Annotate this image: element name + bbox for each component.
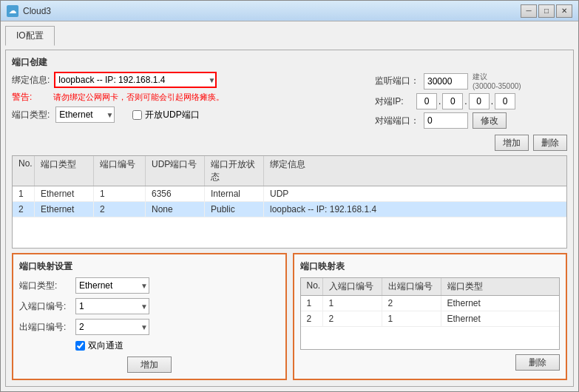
th-udp: UDP端口号 [146, 156, 205, 186]
main-panel: 端口创建 绑定信息: loopback -- IP: 192.168.1.4 ▼ [5, 50, 574, 387]
window-title: Cloud3 [23, 6, 521, 16]
mapping-table-empty [301, 327, 560, 349]
mtd-no-1: 1 [301, 296, 323, 311]
main-window: ☁ Cloud3 ─ □ ✕ IO配置 端口创建 [0, 0, 579, 392]
minimize-button[interactable]: ─ [521, 4, 537, 18]
mapping-type-label: 端口类型: [19, 280, 71, 292]
mapping-table-title: 端口映射表 [300, 260, 561, 273]
maximize-button[interactable]: □ [538, 4, 555, 18]
td-udp-2: None [146, 202, 205, 217]
mtd-in-2: 2 [323, 311, 382, 326]
td-bind-1: UDP [264, 186, 566, 201]
th-bind: 绑定信息 [264, 156, 566, 186]
td-state-1: Internal [205, 186, 264, 201]
mapping-in-label: 入端口编号: [19, 300, 71, 313]
port-type-select[interactable]: Ethernet [55, 107, 115, 123]
action-row: 增加 删除 [375, 135, 567, 151]
th-type: 端口类型 [35, 156, 94, 186]
open-udp-checkbox[interactable] [132, 110, 142, 120]
peer-port-label: 对端端口： [375, 115, 419, 127]
peer-ip-input-group: . . . [416, 93, 515, 109]
mapping-type-row: 端口类型: Ethernet ▼ [19, 277, 280, 294]
port-type-label: 端口类型: [12, 109, 50, 121]
open-udp-label: 开放UDP端口 [145, 109, 199, 121]
th-id: 端口编号 [94, 156, 146, 186]
right-form: 监听端口： 建议(30000-35000) 对端IP: . . [375, 72, 567, 151]
listen-port-input[interactable] [424, 73, 468, 89]
bidirectional-checkbox[interactable] [75, 341, 85, 351]
mtd-type-2: Ethernet [441, 311, 501, 326]
port-create-title: 端口创建 [12, 56, 567, 69]
td-id-2: 2 [94, 202, 146, 217]
warning-row: 警告: 请勿绑定公网网卡，否则可能会引起网络瘫痪。 [12, 91, 366, 104]
td-udp-1: 6356 [146, 186, 205, 201]
content-area: IO配置 端口创建 绑定信息: loopback -- IP: 1 [1, 21, 578, 391]
warning-label: 警告: [12, 91, 49, 104]
table-row[interactable]: 2 Ethernet 2 None Public loopback -- IP:… [13, 202, 566, 217]
delete-port-button[interactable]: 删除 [533, 135, 567, 151]
mapping-table-inner: No. 入端口编号 出端口编号 端口类型 1 1 2 Ethernet [300, 277, 561, 350]
ip-dot1: . [439, 96, 441, 107]
mth-type: 端口类型 [441, 278, 501, 295]
mtd-out-2: 1 [382, 311, 441, 326]
app-icon: ☁ [7, 5, 18, 17]
tab-io-config[interactable]: IO配置 [5, 26, 55, 46]
bidirectional-label: 双向通道 [88, 339, 123, 352]
table-row[interactable]: 1 Ethernet 1 6356 Internal UDP [13, 186, 566, 202]
mth-out: 出端口编号 [382, 278, 441, 295]
mapping-add-button[interactable]: 增加 [127, 356, 172, 373]
port-mapping-settings: 端口映射设置 端口类型: Ethernet ▼ [12, 253, 287, 380]
binding-label: 绑定信息: [12, 74, 50, 87]
title-bar: ☁ Cloud3 ─ □ ✕ [1, 1, 578, 21]
mapping-table-row[interactable]: 1 1 2 Ethernet [301, 296, 560, 311]
mapping-in-row: 入端口编号: 1 ▼ [19, 298, 280, 314]
mapping-delete-btn-row: 删除 [300, 354, 561, 371]
warning-text: 请勿绑定公网网卡，否则可能会引起网络瘫痪。 [53, 92, 224, 103]
mapping-form: 端口类型: Ethernet ▼ 入端口编号: [19, 277, 280, 352]
listen-port-label: 监听端口： [375, 75, 419, 87]
mapping-settings-title: 端口映射设置 [19, 260, 280, 273]
peer-ip-seg2[interactable] [442, 93, 463, 109]
bottom-area: 端口映射设置 端口类型: Ethernet ▼ [12, 253, 567, 380]
mtd-out-1: 2 [382, 296, 441, 311]
mth-no: No. [301, 278, 323, 295]
window-controls: ─ □ ✕ [521, 4, 572, 18]
mtd-type-1: Ethernet [441, 296, 501, 311]
peer-port-input[interactable] [424, 112, 468, 129]
peer-port-row: 对端端口： 修改 [375, 112, 567, 129]
ip-dot2: . [464, 96, 467, 107]
mapping-in-select-wrap: 1 ▼ [75, 298, 149, 314]
mapping-table-header: No. 入端口编号 出端口编号 端口类型 [301, 278, 560, 296]
open-udp-checkbox-row: 开放UDP端口 [132, 109, 199, 121]
td-bind-2: loopback -- IP: 192.168.1.4 [264, 202, 566, 217]
mth-in: 入端口编号 [323, 278, 382, 295]
td-type-2: Ethernet [35, 202, 94, 217]
listen-port-row: 监听端口： 建议(30000-35000) [375, 72, 567, 90]
mapping-in-select[interactable]: 1 [75, 298, 149, 314]
port-type-row: 端口类型: Ethernet ▼ 开放UDP端口 [12, 107, 366, 123]
mapping-table-row[interactable]: 2 2 1 Ethernet [301, 311, 560, 327]
modify-button[interactable]: 修改 [473, 112, 507, 129]
port-type-select-wrap: Ethernet ▼ [55, 107, 115, 123]
mtd-in-1: 1 [323, 296, 382, 311]
mapping-delete-button[interactable]: 删除 [515, 354, 560, 371]
close-button[interactable]: ✕ [556, 4, 572, 18]
mtd-no-2: 2 [301, 311, 323, 326]
binding-row: 绑定信息: loopback -- IP: 192.168.1.4 ▼ [12, 72, 366, 88]
mapping-out-row: 出端口编号: 2 ▼ [19, 319, 280, 335]
mapping-add-btn-row: 增加 [19, 356, 280, 373]
table-header: No. 端口类型 端口编号 UDP端口号 端口开放状态 绑定信息 [13, 156, 566, 186]
peer-ip-seg1[interactable] [416, 93, 437, 109]
peer-ip-seg3[interactable] [469, 93, 490, 109]
add-port-button[interactable]: 增加 [495, 135, 529, 151]
peer-ip-label: 对端IP: [375, 95, 412, 108]
mapping-out-select-wrap: 2 ▼ [75, 319, 149, 335]
mapping-type-select[interactable]: Ethernet [75, 277, 149, 294]
td-type-1: Ethernet [35, 186, 94, 201]
mapping-type-select-wrap: Ethernet ▼ [75, 277, 149, 294]
binding-select[interactable]: loopback -- IP: 192.168.1.4 [54, 72, 217, 88]
mapping-out-select[interactable]: 2 [75, 319, 149, 335]
port-table: No. 端口类型 端口编号 UDP端口号 端口开放状态 绑定信息 1 Ether… [12, 155, 567, 249]
peer-ip-seg4[interactable] [495, 93, 515, 109]
th-state: 端口开放状态 [205, 156, 264, 186]
